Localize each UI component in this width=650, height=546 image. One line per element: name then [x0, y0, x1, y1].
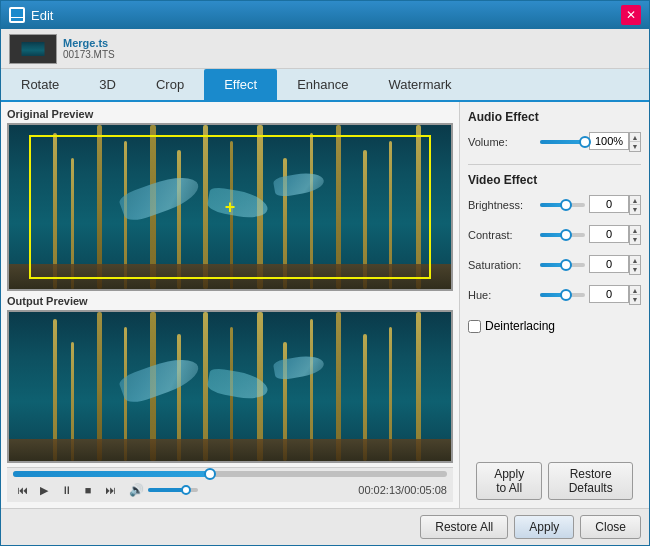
hue-arrows: ▲ ▼ [629, 285, 641, 305]
volume-icon: 🔊 [129, 483, 144, 497]
tab-enhance[interactable]: Enhance [277, 69, 368, 100]
brightness-arrows: ▲ ▼ [629, 195, 641, 215]
main-content: Original Preview [1, 102, 649, 508]
bottom-buttons: Restore All Apply Close [1, 508, 649, 545]
saturation-label: Saturation: [468, 259, 540, 271]
tab-bar: Rotate 3D Crop Effect Enhance Watermark [1, 69, 649, 102]
left-panel: Original Preview [1, 102, 459, 508]
brightness-up[interactable]: ▲ [630, 196, 640, 205]
progress-thumb[interactable] [204, 468, 216, 480]
hue-row: Hue: 0 ▲ ▼ [468, 285, 641, 305]
contrast-arrows: ▲ ▼ [629, 225, 641, 245]
volume-row-effect: Volume: 100% ▲ ▼ [468, 132, 641, 152]
skip-end-button[interactable]: ⏭ [101, 481, 119, 499]
contrast-slider-thumb[interactable] [560, 229, 572, 241]
progress-track[interactable] [13, 471, 447, 477]
volume-up[interactable]: ▲ [630, 133, 640, 142]
brightness-slider-thumb[interactable] [560, 199, 572, 211]
brightness-slider-track[interactable] [540, 203, 585, 207]
file-bar: Merge.ts 00173.MTS [1, 29, 649, 69]
svg-rect-0 [11, 9, 23, 17]
contrast-slider-track[interactable] [540, 233, 585, 237]
volume-down[interactable]: ▼ [630, 142, 640, 151]
restore-all-button[interactable]: Restore All [420, 515, 508, 539]
file-thumbnail [9, 34, 57, 64]
hue-spinbox: 0 ▲ ▼ [589, 285, 641, 305]
time-display: 00:02:13/00:05:08 [358, 484, 447, 496]
volume-slider-track[interactable] [540, 140, 585, 144]
contrast-value[interactable]: 0 [589, 225, 629, 243]
window-title: Edit [31, 8, 621, 23]
saturation-row: Saturation: 0 ▲ ▼ [468, 255, 641, 275]
title-bar: Edit ✕ [1, 1, 649, 29]
crop-crosshair: + [225, 196, 236, 217]
volume-arrows: ▲ ▼ [629, 132, 641, 152]
hue-value[interactable]: 0 [589, 285, 629, 303]
original-preview-label: Original Preview [7, 108, 453, 120]
hue-label: Hue: [468, 289, 540, 301]
saturation-slider-thumb[interactable] [560, 259, 572, 271]
play-button[interactable]: ▶ [35, 481, 53, 499]
tab-rotate[interactable]: Rotate [1, 69, 79, 100]
audio-effect-title: Audio Effect [468, 110, 641, 124]
saturation-up[interactable]: ▲ [630, 256, 640, 265]
stop-button[interactable]: ■ [79, 481, 97, 499]
close-button[interactable]: ✕ [621, 5, 641, 25]
hue-up[interactable]: ▲ [630, 286, 640, 295]
skip-start-button[interactable]: ⏮ [13, 481, 31, 499]
apply-restore-row: Apply to All Restore Defaults [468, 458, 641, 500]
volume-spinbox: 100% ▲ ▼ [589, 132, 641, 152]
brightness-row: Brightness: 0 ▲ ▼ [468, 195, 641, 215]
edit-window: Edit ✕ Merge.ts 00173.MTS Rotate 3D Crop… [0, 0, 650, 546]
hue-slider-thumb[interactable] [560, 289, 572, 301]
saturation-arrows: ▲ ▼ [629, 255, 641, 275]
contrast-label: Contrast: [468, 229, 540, 241]
deinterlacing-row: Deinterlacing [468, 319, 641, 333]
deinterlacing-label: Deinterlacing [485, 319, 555, 333]
tab-watermark[interactable]: Watermark [368, 69, 471, 100]
contrast-row: Contrast: 0 ▲ ▼ [468, 225, 641, 245]
brightness-value[interactable]: 0 [589, 195, 629, 213]
window-icon [9, 7, 25, 23]
brightness-label: Brightness: [468, 199, 540, 211]
close-dialog-button[interactable]: Close [580, 515, 641, 539]
saturation-down[interactable]: ▼ [630, 265, 640, 274]
right-panel: Audio Effect Volume: 100% ▲ ▼ Video Effe… [459, 102, 649, 508]
hue-down[interactable]: ▼ [630, 295, 640, 304]
output-preview [7, 310, 453, 463]
volume-track[interactable] [148, 488, 198, 492]
pause-button[interactable]: ⏸ [57, 481, 75, 499]
contrast-down[interactable]: ▼ [630, 235, 640, 244]
playback-bar: ⏮ ▶ ⏸ ■ ⏭ 🔊 00:02:13/00:05:08 [7, 467, 453, 502]
volume-thumb[interactable] [181, 485, 191, 495]
deinterlacing-checkbox[interactable] [468, 320, 481, 333]
contrast-spinbox: 0 ▲ ▼ [589, 225, 641, 245]
apply-button[interactable]: Apply [514, 515, 574, 539]
saturation-spinbox: 0 ▲ ▼ [589, 255, 641, 275]
tab-effect[interactable]: Effect [204, 69, 277, 100]
original-preview: + [7, 123, 453, 291]
svg-rect-1 [11, 18, 23, 21]
volume-value[interactable]: 100% [589, 132, 629, 150]
progress-fill [13, 471, 208, 477]
volume-row: 🔊 [129, 483, 198, 497]
volume-slider-thumb[interactable] [579, 136, 591, 148]
brightness-spinbox: 0 ▲ ▼ [589, 195, 641, 215]
saturation-slider-track[interactable] [540, 263, 585, 267]
brightness-down[interactable]: ▼ [630, 205, 640, 214]
output-preview-label: Output Preview [7, 295, 453, 307]
restore-defaults-button[interactable]: Restore Defaults [548, 462, 633, 500]
divider-audio-video [468, 164, 641, 165]
apply-to-all-button[interactable]: Apply to All [476, 462, 542, 500]
video-effect-title: Video Effect [468, 173, 641, 187]
hue-slider-track[interactable] [540, 293, 585, 297]
file-name: Merge.ts [63, 37, 115, 49]
contrast-up[interactable]: ▲ [630, 226, 640, 235]
file-sub: 00173.MTS [63, 49, 115, 60]
tab-3d[interactable]: 3D [79, 69, 136, 100]
tab-crop[interactable]: Crop [136, 69, 204, 100]
file-info: Merge.ts 00173.MTS [63, 37, 115, 60]
controls-row: ⏮ ▶ ⏸ ■ ⏭ 🔊 00:02:13/00:05:08 [13, 481, 447, 499]
saturation-value[interactable]: 0 [589, 255, 629, 273]
volume-label: Volume: [468, 136, 540, 148]
